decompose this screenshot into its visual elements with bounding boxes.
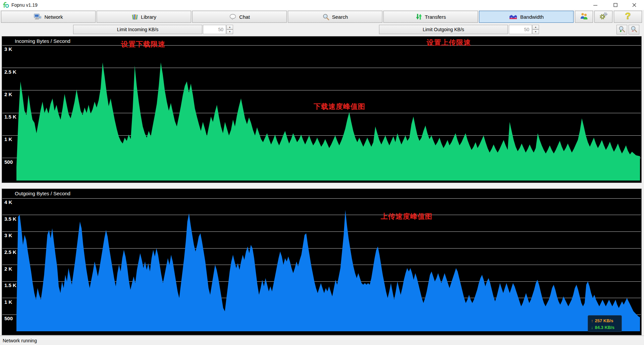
outgoing-chart-title: Outgoing Bytes / Second [15, 191, 70, 196]
annotation-download-peak-graph: 下载速度峰值图 [314, 102, 365, 111]
network-icon [34, 13, 42, 20]
main-tab-bar: Network Library Chat [0, 10, 644, 24]
outgoing-bandwidth-chart[interactable]: Outgoing Bytes / Second 4 K3.5 K3 K2.5 K… [2, 189, 642, 335]
tab-library[interactable]: Library [97, 11, 191, 23]
tab-bandwidth[interactable]: Bandwidth [479, 11, 574, 23]
annotation-set-download-limit: 设置下载限速 [121, 40, 165, 49]
zoom-in-button[interactable] [616, 25, 627, 34]
y-axis-label: 3.5 K [4, 216, 16, 222]
y-axis-label: 500 [4, 316, 13, 321]
tab-label: Library [141, 14, 156, 20]
zoom-out-icon [630, 25, 638, 34]
status-text: Network running [3, 338, 37, 343]
maximize-button[interactable] [608, 0, 623, 10]
incoming-spinner-down[interactable]: ▼ [226, 29, 233, 34]
close-button[interactable] [627, 0, 642, 10]
bandwidth-area-series [16, 210, 640, 331]
tab-label: Network [44, 14, 63, 20]
search-icon [322, 13, 329, 20]
speed-tooltip: ↑ 257 KB/s ↓ 84.3 KB/s [588, 315, 622, 332]
library-icon [131, 13, 138, 20]
bandwidth-area-series [16, 62, 640, 181]
users-button[interactable] [575, 11, 593, 23]
chat-bubble-icon [229, 14, 236, 20]
incoming-spinner-up[interactable]: ▲ [226, 25, 233, 29]
window-title: Fopnu v1.19 [11, 2, 38, 8]
transfers-arrows-icon [416, 13, 422, 20]
tab-transfers[interactable]: Transfers [383, 11, 478, 23]
y-axis-label: 1.5 K [4, 282, 16, 288]
minimize-button[interactable] [588, 0, 603, 10]
download-arrow-icon: ↓ [591, 325, 593, 330]
limit-outgoing-input[interactable]: 50 [509, 25, 532, 34]
tab-label: Chat [239, 14, 250, 20]
upload-speed-value: 257 KB/s [595, 318, 613, 323]
y-axis-label: 3 K [4, 232, 12, 238]
tab-chat[interactable]: Chat [192, 11, 287, 23]
tab-label: Search [332, 14, 348, 20]
y-axis-label: 1.5 K [4, 114, 16, 120]
download-speed-value: 84.3 KB/s [595, 325, 615, 330]
users-icon [580, 12, 588, 21]
status-bar: Network running [0, 336, 644, 345]
app-logo-icon [3, 2, 9, 8]
outgoing-spinner-down[interactable]: ▼ [532, 29, 539, 34]
y-axis-label: 2.5 K [4, 69, 16, 75]
bandwidth-toolbar: Limit Incoming KB/s 50 ▲ ▼ Limit Outgoin… [0, 24, 644, 36]
fopnu-window: Fopnu v1.19 Network [0, 0, 644, 345]
tab-network[interactable]: Network [1, 11, 96, 23]
limit-incoming-button[interactable]: Limit Incoming KB/s [73, 25, 202, 34]
limit-incoming-input[interactable]: 50 [203, 25, 226, 34]
tab-label: Bandwidth [520, 14, 544, 20]
y-axis-label: 2 K [4, 266, 12, 272]
limit-outgoing-button[interactable]: Limit Outgoing KB/s [379, 25, 508, 34]
help-button[interactable]: ? [614, 11, 642, 23]
y-axis-label: 3 K [4, 46, 12, 52]
y-axis-label: 2 K [4, 91, 12, 97]
y-axis-label: 1 K [4, 299, 12, 305]
title-bar: Fopnu v1.19 [0, 0, 644, 10]
gear-icon [599, 12, 608, 21]
outgoing-area-plot [2, 189, 641, 335]
svg-text:?: ? [625, 11, 631, 21]
upload-arrow-icon: ↑ [591, 318, 593, 323]
y-axis-label: 500 [4, 159, 13, 165]
y-axis-label: 2.5 K [4, 249, 16, 255]
zoom-out-button[interactable] [629, 25, 639, 34]
bandwidth-wave-icon [509, 14, 518, 20]
annotation-upload-peak-graph: 上传速度峰值图 [381, 212, 432, 221]
annotation-set-upload-limit: 设置上传限速 [427, 38, 471, 47]
y-axis-label: 1 K [4, 136, 12, 142]
tab-label: Transfers [425, 14, 446, 20]
incoming-chart-title: Incoming Bytes / Second [15, 38, 70, 44]
outgoing-spinner-up[interactable]: ▲ [532, 25, 539, 29]
settings-button[interactable] [594, 11, 612, 23]
zoom-in-icon [618, 25, 626, 34]
tab-search[interactable]: Search [288, 11, 382, 23]
y-axis-label: 4 K [4, 199, 12, 205]
question-mark-icon: ? [624, 11, 632, 22]
